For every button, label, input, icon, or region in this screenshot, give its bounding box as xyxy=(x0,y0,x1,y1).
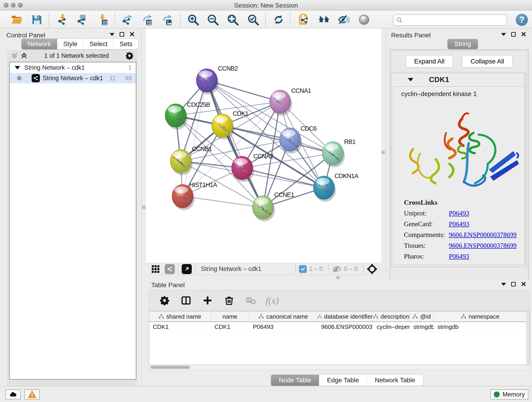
search-box[interactable] xyxy=(393,14,507,26)
collapse-all-icon[interactable] xyxy=(11,52,18,60)
node-CCNA2[interactable]: CCNA2 xyxy=(232,153,273,182)
zoom-in-icon[interactable] xyxy=(186,13,200,26)
column-header-shared-name[interactable]: shared name xyxy=(149,312,211,322)
network-collection-row[interactable]: String Network – cdk1 1 xyxy=(10,62,136,73)
table-gear-icon[interactable] xyxy=(158,294,171,307)
refresh-icon[interactable] xyxy=(272,13,285,26)
network-row-selected[interactable]: String Network – cdk1 11 48 xyxy=(10,73,136,83)
panel-minimize-icon[interactable] xyxy=(109,33,114,36)
panel-float-icon[interactable] xyxy=(511,282,516,287)
open-file-icon[interactable] xyxy=(10,13,23,26)
add-column-icon[interactable] xyxy=(201,294,214,307)
save-session-icon[interactable] xyxy=(30,13,44,26)
import-network-icon[interactable] xyxy=(56,13,69,26)
node-RB1[interactable]: RB1 xyxy=(322,138,355,167)
results-scrollbar[interactable] xyxy=(525,73,527,267)
panel-float-icon[interactable] xyxy=(511,32,516,37)
table-cell: 9606.ENSP00000378699 xyxy=(317,322,373,332)
network-count: 1 xyxy=(128,64,132,71)
crosslink-link[interactable]: P06493 xyxy=(449,253,469,260)
table-row[interactable]: CDK1CDK1P064939606.ENSP00000378699cyclin… xyxy=(149,322,530,332)
panel-close-icon[interactable]: ✕ xyxy=(129,32,135,37)
tab-string[interactable]: String xyxy=(447,39,478,49)
collapse-network-icon[interactable] xyxy=(15,66,20,70)
panel-close-icon[interactable]: ✕ xyxy=(521,282,526,287)
left-splitter-handle[interactable] xyxy=(142,206,146,209)
node-HIST1H1A[interactable]: HIST1H1A xyxy=(172,182,217,210)
scrollbar-thumb[interactable] xyxy=(151,366,190,369)
selected-checkbox-icon[interactable] xyxy=(299,265,307,273)
panel-float-icon[interactable] xyxy=(120,32,124,37)
help-icon[interactable]: ? xyxy=(516,14,528,26)
column-header-description[interactable]: description xyxy=(373,312,410,322)
hidden-eye-icon[interactable] xyxy=(332,264,342,274)
crosslink-link[interactable]: 9606.ENSP00000378699 xyxy=(449,231,517,238)
crosslink-link[interactable]: 9606.ENSP00000378699 xyxy=(449,242,517,249)
delete-rows-icon[interactable] xyxy=(223,294,235,307)
gray-orb-icon[interactable] xyxy=(357,13,371,26)
open-in-window-icon[interactable] xyxy=(182,264,192,274)
tab-style[interactable]: Style xyxy=(57,39,84,49)
node-label-CDC25B: CDC25B xyxy=(187,101,210,108)
cloud-status-button[interactable] xyxy=(6,389,21,400)
string-style-icon[interactable] xyxy=(165,264,175,274)
tab-select[interactable]: Select xyxy=(84,39,114,49)
tab-node-table[interactable]: Node Table xyxy=(271,375,319,386)
column-header-name[interactable]: name xyxy=(211,312,249,322)
node-CCNE1[interactable]: CCNE1 xyxy=(253,191,294,221)
split-columns-icon[interactable] xyxy=(180,294,192,307)
panel-close-icon[interactable]: ✕ xyxy=(521,32,526,37)
table-horizontal-scrollbar[interactable] xyxy=(149,365,530,370)
crosslink-link[interactable]: P06493 xyxy=(449,210,469,217)
node-CCNB1[interactable]: CCNB1 xyxy=(170,146,212,175)
share-document-icon[interactable] xyxy=(297,13,310,26)
collapse-section-icon[interactable] xyxy=(408,78,413,81)
table-vertical-scrollbar[interactable] xyxy=(526,312,530,365)
network-home-icon[interactable] xyxy=(317,13,331,26)
tab-sets[interactable]: Sets xyxy=(114,39,138,49)
node-label-RB1: RB1 xyxy=(344,138,355,145)
crosslink-row: Compartments: 9606.ENSP00000378699 xyxy=(404,231,517,239)
export-network-icon[interactable] xyxy=(120,13,133,26)
column-header-database-identifier[interactable]: database identifier xyxy=(317,312,373,322)
zoom-out-icon[interactable] xyxy=(206,13,220,26)
export-image-icon[interactable] xyxy=(160,13,173,26)
warning-status-button[interactable] xyxy=(25,389,40,400)
birdseye-grid-icon[interactable] xyxy=(151,264,160,274)
node-table: shared namenamecanonical namedatabase id… xyxy=(149,311,530,365)
control-panel: Control Panel ✕ NetworkStyleSelectSets 1… xyxy=(0,28,142,386)
tab-edge-table[interactable]: Edge Table xyxy=(319,375,367,386)
panel-minimize-icon[interactable] xyxy=(501,33,506,36)
table-cell: CDK1 xyxy=(211,322,249,332)
crosslink-link[interactable]: P06493 xyxy=(449,220,469,228)
collapse-all-button[interactable]: Collapse All xyxy=(462,55,513,68)
panel-minimize-icon[interactable] xyxy=(501,283,506,286)
column-header-namespace[interactable]: namespace xyxy=(434,312,527,322)
right-splitter-handle[interactable] xyxy=(381,151,385,154)
tab-network[interactable]: Network xyxy=(22,39,57,49)
export-table-icon[interactable] xyxy=(140,13,153,26)
import-table-icon[interactable] xyxy=(96,13,109,26)
node-CDC6[interactable]: CDC6 xyxy=(279,125,317,153)
column-header-canonical-name[interactable]: canonical name xyxy=(249,312,317,322)
memory-button[interactable]: Memory xyxy=(490,389,528,400)
zoom-fit-icon[interactable] xyxy=(226,13,239,26)
hide-unhide-icon[interactable] xyxy=(337,13,350,26)
zoom-selected-icon[interactable] xyxy=(247,13,260,26)
column-header--id[interactable]: @id xyxy=(410,312,434,322)
search-input[interactable] xyxy=(405,17,507,24)
network-options-gear-icon[interactable] xyxy=(125,51,134,60)
crosslink-row: Tissues: 9606.ENSP00000378699 xyxy=(404,242,517,249)
tab-network-table[interactable]: Network Table xyxy=(367,375,423,386)
fit-selected-crosshair-icon[interactable] xyxy=(367,264,377,274)
node-CDK1[interactable]: CDK1 xyxy=(212,110,248,140)
node-CDKN1A[interactable]: CDKN1A xyxy=(313,172,359,202)
table-toolbar: f(x) xyxy=(149,290,530,311)
network-canvas[interactable]: CCNB2CCNA1CDC25BCDK1CDC6RB1CCNB1CCNA2CDK… xyxy=(146,28,381,263)
crosslink-label: Tissues: xyxy=(404,242,449,249)
crosslink-row: Pharos: P06493 xyxy=(404,253,517,260)
expand-all-button[interactable]: Expand All xyxy=(406,55,453,68)
import-database-icon[interactable] xyxy=(75,13,89,26)
horizontal-splitter-handle[interactable] xyxy=(336,276,340,279)
expand-all-icon[interactable] xyxy=(20,52,28,60)
